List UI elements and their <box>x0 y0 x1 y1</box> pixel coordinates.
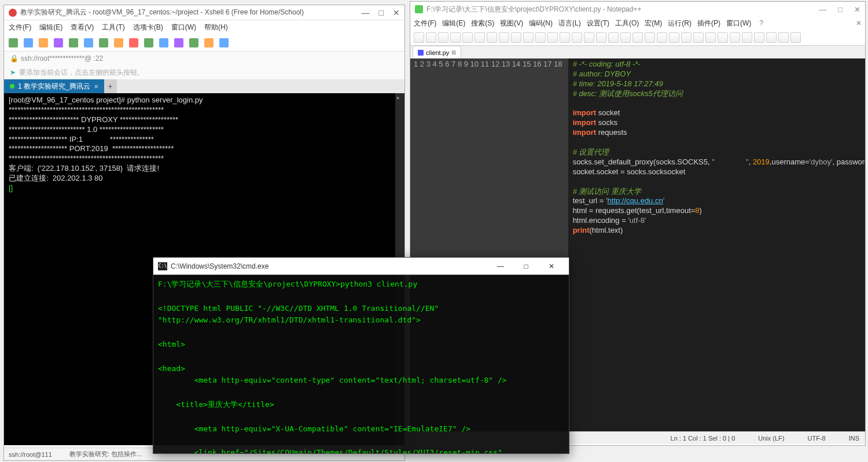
maximize-button[interactable]: □ <box>379 8 384 17</box>
tb-full-icon[interactable] <box>144 38 153 47</box>
tb-print-icon[interactable] <box>487 32 497 43</box>
tb-lock-icon[interactable] <box>174 38 183 47</box>
tb-copy-icon[interactable] <box>39 38 48 47</box>
tb-saveall-icon[interactable] <box>450 32 461 43</box>
tb-fold-icon[interactable] <box>657 32 667 43</box>
code-str: 'dyboy' <box>810 157 833 166</box>
tb-help-icon[interactable] <box>219 38 229 47</box>
tb-hide-icon[interactable] <box>681 32 692 43</box>
tab-close-icon[interactable]: ⊠ <box>451 49 456 56</box>
arrow-icon[interactable]: ➤ <box>10 68 16 76</box>
npp-title-text: F:\学习记录\大三下\信息安全\project\DYPROXY\client.… <box>426 5 641 14</box>
tb-misc2-icon[interactable] <box>204 38 214 47</box>
maximize-button[interactable]: □ <box>838 5 843 14</box>
menu-window[interactable]: 窗口(W) <box>726 19 751 28</box>
tb-zoomin-icon[interactable] <box>584 32 594 43</box>
minimize-button[interactable]: — <box>362 8 370 17</box>
tb-sync-icon[interactable] <box>608 32 619 43</box>
xshell-tabstrip: 1 教学实验研究_腾讯云 ✕ + <box>4 79 404 93</box>
tab-close-all-icon[interactable]: ✕ <box>856 19 862 27</box>
tb-cut-icon[interactable] <box>499 32 509 43</box>
cmd-app-icon: C:\ <box>158 262 167 270</box>
minimize-button[interactable]: — <box>819 5 826 14</box>
session-tab[interactable]: 1 教学实验研究_腾讯云 ✕ <box>4 79 104 93</box>
menu-edit[interactable]: 编辑(E) <box>442 19 465 28</box>
tb-wrap-icon[interactable] <box>620 32 631 43</box>
tb-paste-icon[interactable] <box>523 32 534 43</box>
minimize-button[interactable]: — <box>488 262 513 270</box>
menu-run[interactable]: 运行(R) <box>668 19 692 28</box>
tb-paste-icon[interactable] <box>54 38 63 47</box>
tb-stop-icon[interactable] <box>754 32 764 43</box>
close-button[interactable]: ✕ <box>393 8 400 17</box>
menu-tools[interactable]: 工具(O) <box>615 19 639 28</box>
tb-misc1-icon[interactable] <box>189 38 198 47</box>
menu-view[interactable]: 视图(V) <box>500 19 523 28</box>
tb-color-icon[interactable] <box>99 38 108 47</box>
menu-tabs[interactable]: 选项卡(B) <box>133 23 163 32</box>
tb-indent-icon[interactable] <box>645 32 655 43</box>
tb-doclist-icon[interactable] <box>718 32 728 43</box>
tb-allchars-icon[interactable] <box>632 32 643 43</box>
npp-titlebar[interactable]: F:\学习记录\大三下\信息安全\project\DYPROXY\client.… <box>410 2 865 17</box>
xshell-menubar: 文件(F) 编辑(E) 查看(V) 工具(T) 选项卡(B) 窗口(W) 帮助(… <box>4 20 404 34</box>
xshell-address-bar[interactable]: 🔒 ssh://root*************@ :22 <box>4 52 404 65</box>
tb-rec-icon[interactable] <box>742 32 752 43</box>
tb-font-icon[interactable] <box>114 38 123 47</box>
tb-func-icon[interactable] <box>693 32 704 43</box>
tb-zoomout-icon[interactable] <box>596 32 606 43</box>
menu-file[interactable]: 文件(F) <box>414 19 436 28</box>
tb-copy-icon[interactable] <box>511 32 521 43</box>
menu-search[interactable]: 搜索(S) <box>471 19 494 28</box>
menu-plugins[interactable]: 插件(P) <box>697 19 720 28</box>
menu-help[interactable]: 帮助(H) <box>204 23 228 32</box>
tb-close-icon[interactable] <box>462 32 473 43</box>
cmd-window-buttons: — □ ✕ <box>488 262 564 270</box>
tb-closeall-icon[interactable] <box>475 32 485 43</box>
code-id: , <box>749 157 753 166</box>
menu-tools[interactable]: 工具(T) <box>102 23 124 32</box>
tb-monitor-icon[interactable] <box>730 32 740 43</box>
tb-savemacro-icon[interactable] <box>790 32 801 43</box>
tb-playmulti-icon[interactable] <box>778 32 789 43</box>
tb-new-icon[interactable] <box>9 38 18 47</box>
menu-window[interactable]: 窗口(W) <box>171 23 196 32</box>
code-link[interactable]: http://cqu.edu.cn <box>608 196 663 205</box>
tb-map-icon[interactable] <box>705 32 716 43</box>
menu-encoding[interactable]: 编码(N) <box>529 19 553 28</box>
tb-search-icon[interactable] <box>69 38 78 47</box>
tb-unfold-icon[interactable] <box>669 32 679 43</box>
tb-trans-icon[interactable] <box>159 38 168 47</box>
menu-view[interactable]: 查看(V) <box>71 23 94 32</box>
file-tab[interactable]: client.py ⊠ <box>413 46 461 58</box>
tb-open-icon[interactable] <box>24 38 33 47</box>
maximize-button[interactable]: □ <box>513 262 539 270</box>
tab-close-icon[interactable]: ✕ <box>94 83 98 90</box>
menu-edit[interactable]: 编辑(E) <box>39 23 62 32</box>
cmd-output[interactable]: F:\学习记录\大三下\信息安全\project\DYPROXY>python3… <box>153 275 569 453</box>
code-area[interactable]: # -*- coding: utf-8 -*- # author: DYBOY … <box>568 58 865 431</box>
tb-new-icon[interactable] <box>414 32 424 43</box>
xshell-window-buttons: — □ ✕ <box>362 8 400 17</box>
close-button[interactable]: ✕ <box>854 5 860 14</box>
close-button[interactable]: ✕ <box>539 262 564 270</box>
tb-redo-icon[interactable] <box>547 32 558 43</box>
xshell-titlebar[interactable]: 教学实验研究_腾讯云 - root@VM_96_17_centos:~/proj… <box>4 5 404 20</box>
tb-play-icon[interactable] <box>766 32 777 43</box>
tb-open-icon[interactable] <box>426 32 436 43</box>
menu-settings[interactable]: 设置(T) <box>587 19 609 28</box>
code-line: # 测试访问 重庆大学 <box>573 187 641 196</box>
tb-save-icon[interactable] <box>438 32 448 43</box>
tb-prop-icon[interactable] <box>84 38 93 47</box>
tb-rec-icon[interactable] <box>129 38 138 47</box>
menu-help[interactable]: ? <box>759 19 763 27</box>
tb-undo-icon[interactable] <box>535 32 546 43</box>
menu-language[interactable]: 语言(L) <box>558 19 581 28</box>
tb-replace-icon[interactable] <box>572 32 582 43</box>
menu-macro[interactable]: 宏(M) <box>645 19 662 28</box>
tb-find-icon[interactable] <box>560 32 570 43</box>
code-line: # time: 2019-5-18 17:27:49 <box>573 79 663 88</box>
new-tab-button[interactable]: + <box>104 79 117 93</box>
menu-file[interactable]: 文件(F) <box>9 23 31 32</box>
cmd-titlebar[interactable]: C:\ C:\Windows\System32\cmd.exe — □ ✕ <box>153 258 569 275</box>
